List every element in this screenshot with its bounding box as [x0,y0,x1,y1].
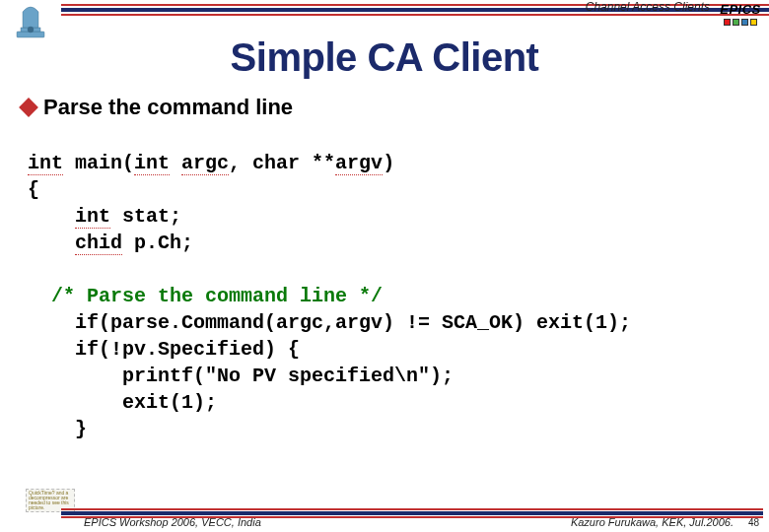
footer-page-number: 48 [748,517,759,528]
code-text: exit(1); [28,391,217,414]
code-text [28,232,75,254]
code-text: } [28,418,87,440]
code-text [28,205,75,228]
bullet-text: Parse the command line [43,95,293,120]
code-kw: chid [75,232,122,255]
epics-logo: EPICS [716,2,765,26]
code-text: if(!pv.Specified) { [28,338,300,361]
slide-footer: EPICS Workshop 2006, VECC, India Kazuro … [0,506,769,532]
epics-block [741,19,748,26]
code-kw: int [75,205,110,229]
code-comment: /* Parse the command line */ [28,285,383,307]
footer-left: EPICS Workshop 2006, VECC, India [84,516,261,528]
bullet-row: Parse the command line [22,95,293,120]
footer-right: Kazuro Furukawa, KEK, Jul.2006. [571,516,734,528]
code-text: { [28,178,39,201]
diamond-bullet-icon [19,98,38,117]
footer-rule [61,511,763,515]
epics-color-blocks-icon [716,19,765,26]
epics-block [733,19,739,26]
svg-point-2 [28,27,34,33]
epics-block [750,19,757,26]
slide-title: Simple CA Client [0,35,769,80]
code-text: printf("No PV specified\n"); [28,365,454,387]
code-text: if(parse.Command(argc,argv) != SCA_OK) e… [28,311,631,334]
code-block: int main(int argc, char **argv) { int st… [28,150,749,442]
code-kw: int [28,152,63,175]
code-id: argv [335,152,383,175]
code-id: argc [181,152,229,175]
footer-rule [61,508,763,510]
code-text: , char ** [229,152,335,174]
epics-block [724,19,731,26]
code-kw: int [134,152,170,175]
code-text: ) [383,152,394,174]
code-text: stat; [110,205,181,228]
code-blank [28,258,39,281]
epics-logo-text: EPICS [716,2,765,17]
code-text: p.Ch; [122,232,193,254]
header-caption: Channel Access Clients [584,0,712,14]
code-text: main( [63,152,134,174]
code-text [170,152,181,174]
